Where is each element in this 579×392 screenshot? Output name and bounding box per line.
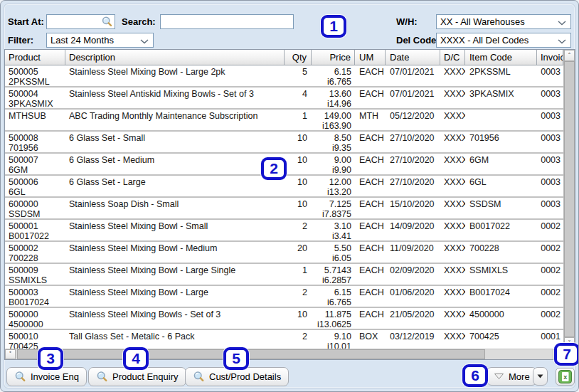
cell-product: 500001B0017022 [5,220,65,240]
del-code-select[interactable]: XXXX - All Del Codes [436,33,571,48]
table-row[interactable]: 500002700228 Stainless Steel Mixing Bowl… [5,242,563,264]
cell-um: EACH [355,65,386,86]
cell-item-code: B0017024 [465,286,537,307]
caret-down-icon [537,374,543,378]
vertical-scrollbar-thumb[interactable] [564,61,575,337]
scroll-left-button[interactable]: ˂ [5,349,16,359]
cell-product: 600000SSDSM [5,198,65,218]
cell-price: 149.00i163.90 [312,110,355,130]
product-enquiry-label: Product Enquiry [112,371,179,382]
cell-um: EACH [355,264,386,285]
del-code-value: XXXX - All Del Codes [440,35,528,46]
col-item-code[interactable]: Item Code [465,50,537,65]
table-row[interactable]: 500003B0017024 Stainless Steel Mixing Bo… [5,286,563,308]
vertical-scrollbar[interactable]: ˄ ˅ [563,50,575,349]
col-date[interactable]: Date [386,50,440,65]
cell-qty: 2 [285,330,312,349]
table-body: 5000052PKSSML Stainless Steel Mixing Bow… [5,65,563,349]
filter-select[interactable]: Last 24 Months [46,33,154,48]
cell-qty: 1 [285,264,312,285]
col-price[interactable]: Price [312,50,355,65]
cell-dc: XXXX [440,65,465,86]
table-row[interactable]: MTHSUB ABC Trading Monthly Maintenance S… [5,110,563,132]
cell-date: 27/10/2020 [386,154,440,174]
cell-invoice: 0003 [537,154,563,174]
table-row[interactable]: 5000004500000 Stainless Steel Mixing Bow… [5,308,563,330]
cell-price: 8.50i9.35 [312,132,355,152]
warehouse-select[interactable]: XX - All Warehouses [436,14,571,29]
col-product[interactable]: Product [5,50,65,65]
table-row[interactable]: 5000066GL 6 Glass Set - Large 10 12.00i1… [5,176,563,198]
cell-invoice: 0002 [537,286,563,307]
col-invoice[interactable]: Invoice [537,50,563,65]
table-row[interactable]: 600000SSDSM Stainless Soap Dish - Small … [5,198,563,220]
invoice-enq-button[interactable]: Invoice Enq [6,367,87,386]
cell-description: Tall Glass Set - Metalic - 6 Pack [65,330,285,349]
cell-description: ABC Trading Monthly Maintenance Subscrip… [65,110,285,130]
cell-dc: XXXX [440,308,465,329]
cell-invoice: 0003 [537,176,563,196]
horizontal-scrollbar[interactable]: ˂ ˃ [5,349,563,359]
cell-um: EACH [355,176,386,196]
scroll-down-button[interactable]: ˅ [564,337,575,349]
table-row[interactable]: 500008701956 6 Glass Set - Small 10 8.50… [5,132,563,154]
cell-qty: 10 [285,154,312,174]
cell-item-code: SSDSM [465,198,537,218]
cell-qty: 10 [285,308,312,329]
product-enquiry-button[interactable]: Product Enquiry [88,367,186,386]
cell-product: 5000066GL [5,176,65,196]
cell-item-code: 701956 [465,132,537,152]
cell-um: EACH [355,88,386,108]
cell-um: EACH [355,198,386,218]
cell-description: Stainless Steel Mixing Bowl - Medium [65,242,285,263]
cust-prod-details-label: Cust/Prod Details [209,371,281,382]
cell-item-code: 700425 [465,330,537,349]
table-row[interactable]: 5000043PKASMIX Stainless Steel Antiskid … [5,88,563,110]
magnifier-icon [14,371,26,383]
cell-date: 07/01/2021 [386,65,440,86]
cell-product: 5000076GM [5,154,65,174]
cell-invoice: 0001 [537,330,563,349]
cell-invoice: 0002 [537,220,563,240]
table-row[interactable]: 500010700425 Tall Glass Set - Metalic - … [5,330,563,349]
cust-prod-details-button[interactable]: Cust/Prod Details [185,367,289,386]
cell-price: 6.15i6.765 [312,65,355,86]
cell-dc: XXXX [440,330,465,349]
search-lookup-icon[interactable] [101,16,113,28]
cell-date: 03/12/2019 [386,330,440,349]
chevron-down-icon [140,39,149,44]
cell-dc: XXXX [440,220,465,240]
table-row[interactable]: 5000052PKSSML Stainless Steel Mixing Bow… [5,65,563,88]
cell-invoice: 0003 [537,132,563,152]
cell-product: 5000043PKASMIX [5,88,65,108]
cell-qty: 10 [285,198,312,218]
more-label: More [509,371,530,382]
export-excel-button[interactable]: x [556,368,575,386]
horizontal-scrollbar-thumb[interactable] [17,349,485,359]
col-dc[interactable]: D/C [440,50,465,65]
search-input[interactable] [160,14,294,29]
col-qty[interactable]: Qty [285,50,312,65]
cell-invoice: 0002 [537,308,563,329]
cell-date: 14/09/2020 [386,220,440,240]
start-at-label: Start At: [8,16,44,27]
cell-item-code: SSMIXLS [465,264,537,285]
cell-qty: 20 [285,242,312,263]
results-grid: Product Description Qty Price UM Date D/… [4,49,575,360]
enquiry-window: Start At: Search: W/H: XX - All Warehous… [0,0,579,392]
col-um[interactable]: UM [355,50,386,65]
cell-product: 500002700228 [5,242,65,263]
cell-description: Stainless Steel Mixing Bowls - Set of 3 [65,308,285,329]
start-at-field-wrap [46,14,115,29]
table-row[interactable]: 500009SSMIXLS Stainless Steel Mixing Bow… [5,264,563,286]
triangle-down-icon [494,373,504,380]
cell-dc: XXXX [440,110,465,130]
table-row[interactable]: 5000076GM 6 Glass Set - Medium 10 9.00i9… [5,154,563,176]
more-dropdown-button[interactable] [533,367,548,386]
scroll-right-button[interactable]: ˃ [553,349,563,359]
cell-description: Stainless Steel Mixing Bowl - Small [65,220,285,240]
col-description[interactable]: Description [65,50,285,65]
scroll-up-button[interactable]: ˄ [564,50,575,61]
table-row[interactable]: 500001B0017022 Stainless Steel Mixing Bo… [5,220,563,242]
more-button[interactable]: More [487,367,537,386]
